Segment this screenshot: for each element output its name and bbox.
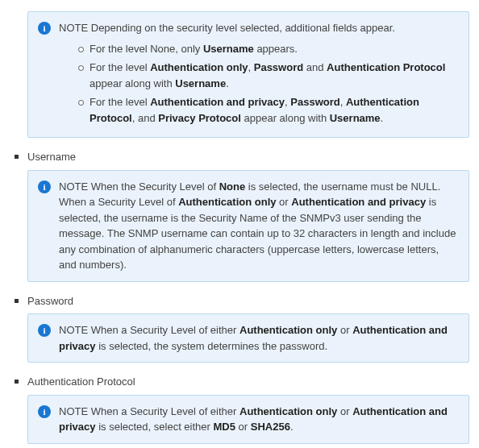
list-item: For the level Authentication only, Passw… xyxy=(78,60,459,91)
note-username: i NOTE When the Security Level of None i… xyxy=(27,170,469,282)
list-item: For the level Authentication and privacy… xyxy=(78,94,459,126)
note-prefix: NOTE xyxy=(59,405,88,417)
note-text: NOTE When a Security Level of either Aut… xyxy=(59,404,459,435)
info-icon: i xyxy=(38,405,51,418)
note-security-level-fields: i NOTE Depending on the security level s… xyxy=(27,11,469,138)
note-prefix: NOTE xyxy=(59,22,88,34)
note-prefix: NOTE xyxy=(59,180,88,193)
field-password-label: Password xyxy=(10,293,469,309)
list-item: For the level None, only Username appear… xyxy=(78,41,459,57)
info-icon: i xyxy=(38,180,51,193)
note-prefix: NOTE xyxy=(59,324,88,336)
info-icon: i xyxy=(38,22,51,35)
field-username-label: Username xyxy=(10,149,469,165)
field-auth-protocol-label: Authentication Protocol xyxy=(10,374,469,390)
note-text: NOTE Depending on the security level sel… xyxy=(59,20,459,126)
info-icon: i xyxy=(38,324,51,337)
note-auth-protocol: i NOTE When a Security Level of either A… xyxy=(27,395,469,444)
note-password: i NOTE When a Security Level of either A… xyxy=(27,313,469,363)
note-text: NOTE When the Security Level of None is … xyxy=(59,179,459,273)
note-text: NOTE When a Security Level of either Aut… xyxy=(59,322,459,354)
note-sub-list: For the level None, only Username appear… xyxy=(59,41,459,127)
note-intro: Depending on the security level selected… xyxy=(88,22,395,34)
